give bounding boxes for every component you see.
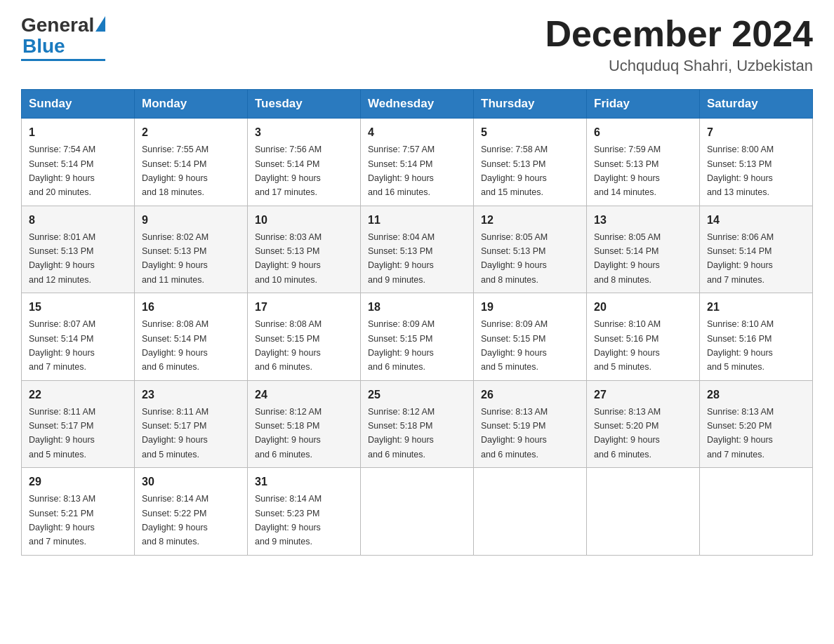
day-info: Sunrise: 8:07 AMSunset: 5:14 PMDaylight:…	[29, 319, 95, 372]
day-info: Sunrise: 7:58 AMSunset: 5:13 PMDaylight:…	[481, 145, 548, 197]
day-cell: 25Sunrise: 8:12 AMSunset: 5:18 PMDayligh…	[361, 380, 474, 468]
day-info: Sunrise: 8:13 AMSunset: 5:20 PMDaylight:…	[594, 407, 661, 459]
day-cell: 22Sunrise: 8:11 AMSunset: 5:17 PMDayligh…	[22, 380, 135, 468]
day-cell: 10Sunrise: 8:03 AMSunset: 5:13 PMDayligh…	[248, 206, 361, 293]
day-number: 29	[29, 474, 127, 490]
day-cell: 31Sunrise: 8:14 AMSunset: 5:23 PMDayligh…	[248, 468, 361, 556]
day-info: Sunrise: 8:10 AMSunset: 5:16 PMDaylight:…	[707, 319, 774, 372]
day-number: 25	[368, 387, 466, 403]
page-header: General Blue December 2024 Uchquduq Shah…	[21, 14, 813, 75]
logo-general-text: General	[21, 14, 94, 36]
day-number: 16	[142, 299, 240, 316]
logo-blue-text: Blue	[22, 35, 65, 58]
day-cell: 27Sunrise: 8:13 AMSunset: 5:20 PMDayligh…	[587, 380, 700, 468]
day-info: Sunrise: 8:11 AMSunset: 5:17 PMDaylight:…	[142, 407, 208, 459]
day-cell	[700, 468, 813, 556]
col-sunday: Sunday	[22, 90, 135, 119]
day-cell: 8Sunrise: 8:01 AMSunset: 5:13 PMDaylight…	[22, 206, 135, 293]
day-number: 7	[707, 124, 805, 141]
day-cell: 26Sunrise: 8:13 AMSunset: 5:19 PMDayligh…	[474, 380, 587, 468]
day-cell	[587, 468, 700, 556]
day-info: Sunrise: 8:02 AMSunset: 5:13 PMDaylight:…	[142, 232, 208, 285]
calendar-table: Sunday Monday Tuesday Wednesday Thursday…	[21, 89, 813, 556]
col-saturday: Saturday	[700, 90, 813, 119]
day-info: Sunrise: 8:12 AMSunset: 5:18 PMDaylight:…	[255, 407, 322, 459]
week-row-2: 8Sunrise: 8:01 AMSunset: 5:13 PMDaylight…	[22, 206, 813, 293]
day-number: 26	[481, 387, 579, 403]
day-info: Sunrise: 8:01 AMSunset: 5:13 PMDaylight:…	[29, 232, 95, 285]
day-cell: 6Sunrise: 7:59 AMSunset: 5:13 PMDaylight…	[587, 119, 700, 206]
location-text: Uchquduq Shahri, Uzbekistan	[545, 57, 813, 75]
day-cell: 19Sunrise: 8:09 AMSunset: 5:15 PMDayligh…	[474, 293, 587, 381]
day-number: 11	[368, 212, 466, 229]
day-cell: 17Sunrise: 8:08 AMSunset: 5:15 PMDayligh…	[248, 293, 361, 381]
day-info: Sunrise: 7:55 AMSunset: 5:14 PMDaylight:…	[142, 145, 208, 197]
logo: General Blue	[21, 14, 105, 61]
day-number: 21	[707, 299, 805, 316]
day-cell: 7Sunrise: 8:00 AMSunset: 5:13 PMDaylight…	[700, 119, 813, 206]
day-number: 2	[142, 124, 240, 141]
col-friday: Friday	[587, 90, 700, 119]
day-info: Sunrise: 8:05 AMSunset: 5:13 PMDaylight:…	[481, 232, 548, 285]
day-cell: 1Sunrise: 7:54 AMSunset: 5:14 PMDaylight…	[22, 119, 135, 206]
week-row-5: 29Sunrise: 8:13 AMSunset: 5:21 PMDayligh…	[22, 468, 813, 556]
day-cell: 21Sunrise: 8:10 AMSunset: 5:16 PMDayligh…	[700, 293, 813, 381]
day-info: Sunrise: 8:04 AMSunset: 5:13 PMDaylight:…	[368, 232, 435, 285]
day-cell: 28Sunrise: 8:13 AMSunset: 5:20 PMDayligh…	[700, 380, 813, 468]
day-number: 18	[368, 299, 466, 316]
day-cell: 29Sunrise: 8:13 AMSunset: 5:21 PMDayligh…	[22, 468, 135, 556]
day-number: 8	[29, 212, 127, 229]
day-number: 31	[255, 474, 353, 490]
day-number: 19	[481, 299, 579, 316]
day-number: 17	[255, 299, 353, 316]
day-number: 4	[368, 124, 466, 141]
day-cell: 13Sunrise: 8:05 AMSunset: 5:14 PMDayligh…	[587, 206, 700, 293]
day-number: 9	[142, 212, 240, 229]
day-cell: 3Sunrise: 7:56 AMSunset: 5:14 PMDaylight…	[248, 119, 361, 206]
day-info: Sunrise: 8:12 AMSunset: 5:18 PMDaylight:…	[368, 407, 435, 459]
day-number: 24	[255, 387, 353, 403]
day-cell: 5Sunrise: 7:58 AMSunset: 5:13 PMDaylight…	[474, 119, 587, 206]
day-info: Sunrise: 8:00 AMSunset: 5:13 PMDaylight:…	[707, 145, 774, 197]
day-cell	[361, 468, 474, 556]
day-cell: 11Sunrise: 8:04 AMSunset: 5:13 PMDayligh…	[361, 206, 474, 293]
day-cell: 16Sunrise: 8:08 AMSunset: 5:14 PMDayligh…	[135, 293, 248, 381]
day-number: 14	[707, 212, 805, 229]
day-info: Sunrise: 8:09 AMSunset: 5:15 PMDaylight:…	[368, 319, 435, 372]
day-info: Sunrise: 7:57 AMSunset: 5:14 PMDaylight:…	[368, 145, 435, 197]
week-row-3: 15Sunrise: 8:07 AMSunset: 5:14 PMDayligh…	[22, 293, 813, 381]
day-info: Sunrise: 8:11 AMSunset: 5:17 PMDaylight:…	[29, 407, 95, 459]
day-number: 12	[481, 212, 579, 229]
day-info: Sunrise: 8:08 AMSunset: 5:14 PMDaylight:…	[142, 319, 208, 372]
day-cell: 30Sunrise: 8:14 AMSunset: 5:22 PMDayligh…	[135, 468, 248, 556]
col-monday: Monday	[135, 90, 248, 119]
title-section: December 2024 Uchquduq Shahri, Uzbekista…	[545, 14, 813, 75]
day-info: Sunrise: 8:13 AMSunset: 5:21 PMDaylight:…	[29, 494, 95, 546]
day-info: Sunrise: 8:14 AMSunset: 5:23 PMDaylight:…	[255, 494, 322, 546]
day-info: Sunrise: 8:08 AMSunset: 5:15 PMDaylight:…	[255, 319, 322, 372]
month-title: December 2024	[545, 14, 813, 54]
day-cell: 4Sunrise: 7:57 AMSunset: 5:14 PMDaylight…	[361, 119, 474, 206]
day-info: Sunrise: 8:06 AMSunset: 5:14 PMDaylight:…	[707, 232, 774, 285]
day-info: Sunrise: 8:13 AMSunset: 5:20 PMDaylight:…	[707, 407, 774, 459]
day-cell	[474, 468, 587, 556]
day-info: Sunrise: 8:14 AMSunset: 5:22 PMDaylight:…	[142, 494, 208, 546]
day-cell: 18Sunrise: 8:09 AMSunset: 5:15 PMDayligh…	[361, 293, 474, 381]
day-info: Sunrise: 7:56 AMSunset: 5:14 PMDaylight:…	[255, 145, 322, 197]
day-number: 5	[481, 124, 579, 141]
day-cell: 14Sunrise: 8:06 AMSunset: 5:14 PMDayligh…	[700, 206, 813, 293]
day-info: Sunrise: 7:59 AMSunset: 5:13 PMDaylight:…	[594, 145, 661, 197]
day-cell: 23Sunrise: 8:11 AMSunset: 5:17 PMDayligh…	[135, 380, 248, 468]
day-cell: 2Sunrise: 7:55 AMSunset: 5:14 PMDaylight…	[135, 119, 248, 206]
day-number: 20	[594, 299, 692, 316]
day-number: 27	[594, 387, 692, 403]
col-wednesday: Wednesday	[361, 90, 474, 119]
day-info: Sunrise: 8:13 AMSunset: 5:19 PMDaylight:…	[481, 407, 548, 459]
day-cell: 15Sunrise: 8:07 AMSunset: 5:14 PMDayligh…	[22, 293, 135, 381]
day-info: Sunrise: 8:09 AMSunset: 5:15 PMDaylight:…	[481, 319, 548, 372]
day-number: 30	[142, 474, 240, 490]
calendar-header-row: Sunday Monday Tuesday Wednesday Thursday…	[22, 90, 813, 119]
day-number: 6	[594, 124, 692, 141]
day-number: 22	[29, 387, 127, 403]
day-info: Sunrise: 8:10 AMSunset: 5:16 PMDaylight:…	[594, 319, 661, 372]
